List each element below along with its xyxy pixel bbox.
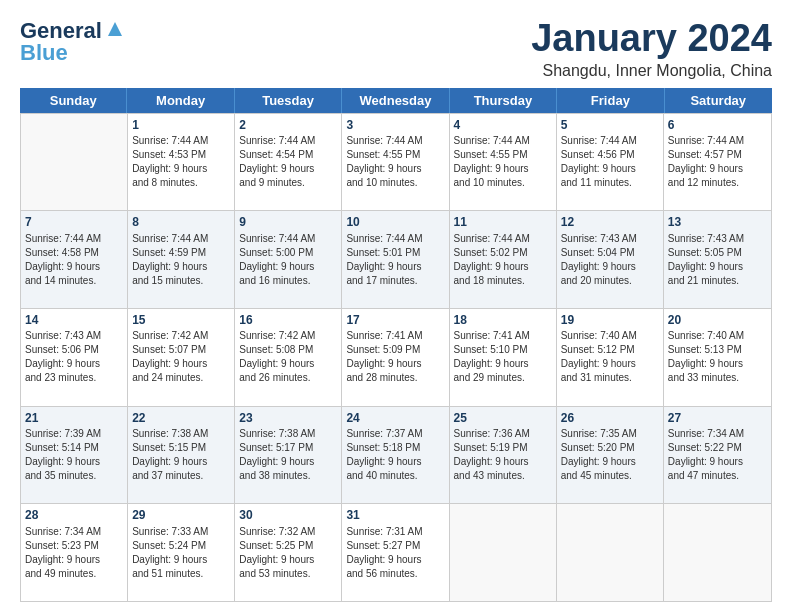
cell-info: Sunrise: 7:44 AMSunset: 5:00 PMDaylight:… xyxy=(239,232,337,288)
calendar-cell: 31Sunrise: 7:31 AMSunset: 5:27 PMDayligh… xyxy=(342,504,449,601)
weekday-header: Sunday xyxy=(20,88,127,113)
cell-info: Sunrise: 7:44 AMSunset: 5:02 PMDaylight:… xyxy=(454,232,552,288)
day-number: 24 xyxy=(346,410,444,426)
weekday-header: Thursday xyxy=(450,88,557,113)
day-number: 22 xyxy=(132,410,230,426)
cell-info: Sunrise: 7:44 AMSunset: 5:01 PMDaylight:… xyxy=(346,232,444,288)
calendar-cell: 14Sunrise: 7:43 AMSunset: 5:06 PMDayligh… xyxy=(21,309,128,406)
day-number: 15 xyxy=(132,312,230,328)
day-number: 29 xyxy=(132,507,230,523)
calendar-cell: 17Sunrise: 7:41 AMSunset: 5:09 PMDayligh… xyxy=(342,309,449,406)
calendar-cell: 5Sunrise: 7:44 AMSunset: 4:56 PMDaylight… xyxy=(557,114,664,211)
calendar-cell: 22Sunrise: 7:38 AMSunset: 5:15 PMDayligh… xyxy=(128,407,235,504)
calendar-cell: 15Sunrise: 7:42 AMSunset: 5:07 PMDayligh… xyxy=(128,309,235,406)
cell-info: Sunrise: 7:36 AMSunset: 5:19 PMDaylight:… xyxy=(454,427,552,483)
calendar-cell: 25Sunrise: 7:36 AMSunset: 5:19 PMDayligh… xyxy=(450,407,557,504)
calendar-cell: 27Sunrise: 7:34 AMSunset: 5:22 PMDayligh… xyxy=(664,407,771,504)
calendar-cell: 29Sunrise: 7:33 AMSunset: 5:24 PMDayligh… xyxy=(128,504,235,601)
cell-info: Sunrise: 7:39 AMSunset: 5:14 PMDaylight:… xyxy=(25,427,123,483)
day-number: 12 xyxy=(561,214,659,230)
cell-info: Sunrise: 7:40 AMSunset: 5:12 PMDaylight:… xyxy=(561,329,659,385)
calendar-cell xyxy=(664,504,771,601)
calendar-cell: 21Sunrise: 7:39 AMSunset: 5:14 PMDayligh… xyxy=(21,407,128,504)
weekday-header: Monday xyxy=(127,88,234,113)
calendar-row: 1Sunrise: 7:44 AMSunset: 4:53 PMDaylight… xyxy=(21,113,771,211)
calendar-cell: 2Sunrise: 7:44 AMSunset: 4:54 PMDaylight… xyxy=(235,114,342,211)
cell-info: Sunrise: 7:35 AMSunset: 5:20 PMDaylight:… xyxy=(561,427,659,483)
weekday-header: Wednesday xyxy=(342,88,449,113)
day-number: 4 xyxy=(454,117,552,133)
calendar-cell: 3Sunrise: 7:44 AMSunset: 4:55 PMDaylight… xyxy=(342,114,449,211)
day-number: 9 xyxy=(239,214,337,230)
calendar-header: SundayMondayTuesdayWednesdayThursdayFrid… xyxy=(20,88,772,113)
cell-info: Sunrise: 7:44 AMSunset: 4:58 PMDaylight:… xyxy=(25,232,123,288)
day-number: 11 xyxy=(454,214,552,230)
cell-info: Sunrise: 7:33 AMSunset: 5:24 PMDaylight:… xyxy=(132,525,230,581)
day-number: 13 xyxy=(668,214,767,230)
day-number: 19 xyxy=(561,312,659,328)
cell-info: Sunrise: 7:43 AMSunset: 5:06 PMDaylight:… xyxy=(25,329,123,385)
calendar-cell: 24Sunrise: 7:37 AMSunset: 5:18 PMDayligh… xyxy=(342,407,449,504)
calendar-cell: 4Sunrise: 7:44 AMSunset: 4:55 PMDaylight… xyxy=(450,114,557,211)
day-number: 1 xyxy=(132,117,230,133)
cell-info: Sunrise: 7:43 AMSunset: 5:04 PMDaylight:… xyxy=(561,232,659,288)
cell-info: Sunrise: 7:34 AMSunset: 5:23 PMDaylight:… xyxy=(25,525,123,581)
calendar-row: 7Sunrise: 7:44 AMSunset: 4:58 PMDaylight… xyxy=(21,210,771,308)
day-number: 31 xyxy=(346,507,444,523)
cell-info: Sunrise: 7:40 AMSunset: 5:13 PMDaylight:… xyxy=(668,329,767,385)
calendar-cell: 12Sunrise: 7:43 AMSunset: 5:04 PMDayligh… xyxy=(557,211,664,308)
calendar-cell: 7Sunrise: 7:44 AMSunset: 4:58 PMDaylight… xyxy=(21,211,128,308)
calendar: SundayMondayTuesdayWednesdayThursdayFrid… xyxy=(20,88,772,602)
calendar-cell: 8Sunrise: 7:44 AMSunset: 4:59 PMDaylight… xyxy=(128,211,235,308)
calendar-cell: 11Sunrise: 7:44 AMSunset: 5:02 PMDayligh… xyxy=(450,211,557,308)
cell-info: Sunrise: 7:31 AMSunset: 5:27 PMDaylight:… xyxy=(346,525,444,581)
cell-info: Sunrise: 7:44 AMSunset: 4:59 PMDaylight:… xyxy=(132,232,230,288)
svg-marker-0 xyxy=(108,22,122,36)
calendar-cell: 13Sunrise: 7:43 AMSunset: 5:05 PMDayligh… xyxy=(664,211,771,308)
calendar-page: General Blue January 2024 Shangdu, Inner… xyxy=(0,0,792,612)
day-number: 10 xyxy=(346,214,444,230)
logo-triangle-icon xyxy=(104,18,126,40)
day-number: 21 xyxy=(25,410,123,426)
logo: General Blue xyxy=(20,18,126,66)
calendar-cell: 6Sunrise: 7:44 AMSunset: 4:57 PMDaylight… xyxy=(664,114,771,211)
cell-info: Sunrise: 7:42 AMSunset: 5:07 PMDaylight:… xyxy=(132,329,230,385)
page-header: General Blue January 2024 Shangdu, Inner… xyxy=(20,18,772,80)
cell-info: Sunrise: 7:43 AMSunset: 5:05 PMDaylight:… xyxy=(668,232,767,288)
day-number: 7 xyxy=(25,214,123,230)
day-number: 18 xyxy=(454,312,552,328)
day-number: 3 xyxy=(346,117,444,133)
cell-info: Sunrise: 7:38 AMSunset: 5:17 PMDaylight:… xyxy=(239,427,337,483)
calendar-cell: 10Sunrise: 7:44 AMSunset: 5:01 PMDayligh… xyxy=(342,211,449,308)
day-number: 23 xyxy=(239,410,337,426)
weekday-header: Friday xyxy=(557,88,664,113)
calendar-cell: 30Sunrise: 7:32 AMSunset: 5:25 PMDayligh… xyxy=(235,504,342,601)
cell-info: Sunrise: 7:38 AMSunset: 5:15 PMDaylight:… xyxy=(132,427,230,483)
day-number: 25 xyxy=(454,410,552,426)
day-number: 2 xyxy=(239,117,337,133)
location: Shangdu, Inner Mongolia, China xyxy=(531,62,772,80)
calendar-row: 21Sunrise: 7:39 AMSunset: 5:14 PMDayligh… xyxy=(21,406,771,504)
month-title: January 2024 xyxy=(531,18,772,60)
logo-blue: Blue xyxy=(20,40,68,66)
calendar-row: 14Sunrise: 7:43 AMSunset: 5:06 PMDayligh… xyxy=(21,308,771,406)
weekday-header: Tuesday xyxy=(235,88,342,113)
cell-info: Sunrise: 7:44 AMSunset: 4:55 PMDaylight:… xyxy=(454,134,552,190)
cell-info: Sunrise: 7:37 AMSunset: 5:18 PMDaylight:… xyxy=(346,427,444,483)
day-number: 6 xyxy=(668,117,767,133)
title-block: January 2024 Shangdu, Inner Mongolia, Ch… xyxy=(531,18,772,80)
cell-info: Sunrise: 7:44 AMSunset: 4:53 PMDaylight:… xyxy=(132,134,230,190)
day-number: 14 xyxy=(25,312,123,328)
calendar-cell: 1Sunrise: 7:44 AMSunset: 4:53 PMDaylight… xyxy=(128,114,235,211)
calendar-row: 28Sunrise: 7:34 AMSunset: 5:23 PMDayligh… xyxy=(21,503,771,601)
cell-info: Sunrise: 7:44 AMSunset: 4:55 PMDaylight:… xyxy=(346,134,444,190)
cell-info: Sunrise: 7:44 AMSunset: 4:56 PMDaylight:… xyxy=(561,134,659,190)
day-number: 5 xyxy=(561,117,659,133)
cell-info: Sunrise: 7:42 AMSunset: 5:08 PMDaylight:… xyxy=(239,329,337,385)
calendar-cell: 9Sunrise: 7:44 AMSunset: 5:00 PMDaylight… xyxy=(235,211,342,308)
calendar-cell: 18Sunrise: 7:41 AMSunset: 5:10 PMDayligh… xyxy=(450,309,557,406)
day-number: 8 xyxy=(132,214,230,230)
weekday-header: Saturday xyxy=(665,88,772,113)
calendar-cell: 16Sunrise: 7:42 AMSunset: 5:08 PMDayligh… xyxy=(235,309,342,406)
day-number: 27 xyxy=(668,410,767,426)
